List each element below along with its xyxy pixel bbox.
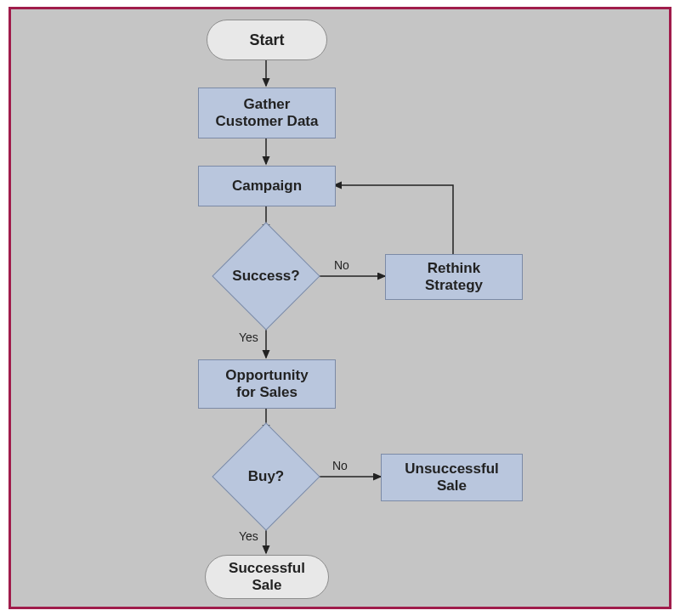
node-campaign-label: Campaign xyxy=(232,178,302,195)
decision-success-label: Success? xyxy=(232,268,299,285)
node-opportunity-for-sales: Opportunity for Sales xyxy=(198,359,336,409)
node-start-label: Start xyxy=(249,31,284,49)
node-successful-sale: Successful Sale xyxy=(205,555,329,599)
node-campaign: Campaign xyxy=(198,166,336,206)
node-gather-customer-data: Gather Customer Data xyxy=(198,88,336,138)
edge-label-success-yes: Yes xyxy=(239,331,258,344)
node-successful-label: Successful Sale xyxy=(229,560,305,593)
decision-success: Success? xyxy=(228,238,304,314)
node-start: Start xyxy=(207,20,327,60)
connectors xyxy=(11,9,669,607)
node-gather-label: Gather Customer Data xyxy=(216,96,319,129)
edge-label-success-no: No xyxy=(334,258,349,272)
decision-buy-label: Buy? xyxy=(248,468,285,485)
edge-label-buy-no: No xyxy=(332,459,348,472)
node-unsuccessful-sale: Unsuccessful Sale xyxy=(381,454,523,501)
edge-label-buy-yes: Yes xyxy=(239,529,258,543)
node-rethink-strategy: Rethink Strategy xyxy=(385,254,523,300)
node-opportunity-label: Opportunity for Sales xyxy=(225,367,308,400)
node-rethink-label: Rethink Strategy xyxy=(425,260,483,293)
flowchart-canvas: Start Gather Customer Data Campaign Succ… xyxy=(8,7,672,609)
node-unsuccessful-label: Unsuccessful Sale xyxy=(405,461,499,494)
decision-buy: Buy? xyxy=(228,438,304,515)
